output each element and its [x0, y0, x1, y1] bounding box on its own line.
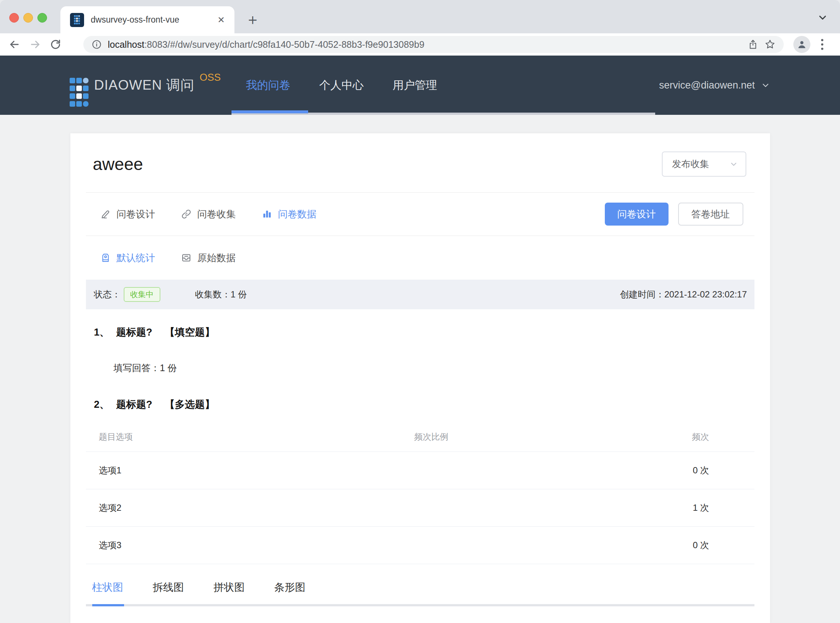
answer-label: 填写回答： [114, 363, 160, 373]
question-number: 2、 [94, 398, 110, 411]
archive-icon [181, 253, 192, 263]
browser-tab-strip: dwsurvey-oss-front-vue ✕ ＋ [0, 0, 840, 33]
tab-label: 问卷设计 [116, 208, 155, 221]
tab-default-stats[interactable]: 默认统计 [100, 252, 155, 264]
created-time-label: 创建时间： [620, 288, 664, 301]
survey-design-button[interactable]: 问卷设计 [605, 203, 668, 226]
tab-search-chevron-icon[interactable] [817, 12, 828, 23]
status-bar: 状态： 收集中 收集数： 1 份 创建时间： 2021-12-02 23:02:… [86, 280, 754, 309]
tab-bar-chart[interactable]: 条形图 [274, 580, 305, 594]
question-text: 题标题? [116, 398, 153, 411]
survey-title-row: aweee 发布收集 [86, 134, 754, 193]
browser-menu-icon[interactable] [817, 37, 828, 52]
bookmark-star-icon[interactable] [765, 39, 776, 50]
question-text: 题标题? [116, 325, 153, 339]
url-text: localhost:8083/#/dw/survey/d/chart/c98fa… [108, 39, 742, 50]
tab-raw-data[interactable]: 原始数据 [181, 252, 236, 264]
question-2: 2、 题标题? 【多选题】 题目选项 频次比例 频次 选项1 0.00% 0 次 [86, 398, 754, 606]
question-2-title: 2、 题标题? 【多选题】 [86, 398, 754, 411]
table-row: 选项1 0.00% 0 次 [86, 452, 754, 489]
share-icon[interactable] [747, 39, 759, 50]
survey-nav-tabs: 问卷设计 问卷收集 问卷数据 问卷设计 答卷地址 [86, 193, 754, 236]
nav-item-personal-center[interactable]: 个人中心 [305, 78, 378, 93]
page-body: aweee 发布收集 问卷设计 [0, 134, 840, 623]
status-badge: 收集中 [124, 287, 160, 302]
answer-count: 1 份 [160, 363, 177, 373]
tab-survey-design[interactable]: 问卷设计 [100, 208, 155, 221]
back-icon[interactable] [8, 38, 21, 51]
reload-icon[interactable] [50, 38, 61, 51]
answer-address-button[interactable]: 答卷地址 [678, 203, 743, 226]
frequency-value: 0 次 [644, 465, 754, 476]
table-row: 选项3 0.00% 0 次 [86, 527, 754, 564]
tab-line-chart[interactable]: 拆线图 [153, 580, 184, 594]
collect-count-label: 收集数： [195, 288, 231, 301]
site-favicon [70, 13, 84, 27]
question-type: 【多选题】 [165, 398, 215, 411]
browser-tab[interactable]: dwsurvey-oss-front-vue ✕ [60, 6, 235, 33]
tab-label: 默认统计 [116, 252, 155, 264]
tab-title: dwsurvey-oss-front-vue [91, 15, 211, 25]
chevron-down-icon [761, 80, 770, 90]
link-icon [181, 209, 192, 219]
app-header: DIAOWEN 调问 OSS 我的问卷 个人中心 用户管理 service@di… [0, 55, 840, 115]
edit-icon [100, 209, 111, 219]
question-1: 1、 题标题? 【填空题】 填写回答：1 份 [86, 325, 754, 374]
publish-select[interactable]: 发布收集 [662, 152, 746, 176]
tab-label: 问卷收集 [198, 208, 236, 221]
window-zoom-button[interactable] [37, 13, 47, 23]
chevron-down-icon [729, 160, 738, 169]
tab-pie-chart[interactable]: 拼状图 [214, 580, 245, 594]
browser-window: dwsurvey-oss-front-vue ✕ ＋ localhost:808… [0, 0, 840, 623]
brand-name: DIAOWEN 调问 [94, 70, 195, 101]
table-row: 选项2 100.00% 1 次 [86, 489, 754, 527]
account-menu[interactable]: service@diaowen.net [659, 55, 770, 115]
column-header-frequency: 频次 [644, 431, 754, 443]
option-label: 选项3 [86, 539, 414, 551]
table-header-row: 题目选项 频次比例 频次 [86, 422, 754, 452]
publish-select-value: 发布收集 [672, 158, 709, 170]
status-label: 状态： [94, 288, 121, 301]
frequency-value: 0 次 [644, 539, 754, 551]
stat-tabs: 默认统计 原始数据 [86, 236, 754, 280]
column-header-option: 题目选项 [86, 431, 414, 443]
tag-icon [100, 253, 111, 263]
question-1-title: 1、 题标题? 【填空题】 [86, 325, 754, 339]
frequency-value: 1 次 [644, 502, 754, 514]
option-label: 选项2 [86, 502, 414, 514]
nav-active-underline [231, 110, 308, 114]
chart-tabs-active-underline [92, 604, 124, 606]
browser-toolbar: localhost:8083/#/dw/survey/d/chart/c98fa… [0, 33, 840, 55]
collect-count-value: 1 份 [231, 288, 247, 301]
question-1-answers[interactable]: 填写回答：1 份 [86, 362, 754, 374]
app-nav: 我的问卷 个人中心 用户管理 [231, 55, 452, 115]
brand[interactable]: DIAOWEN 调问 OSS [70, 70, 221, 108]
window-close-button[interactable] [9, 13, 19, 23]
tab-close-icon[interactable]: ✕ [218, 15, 225, 25]
tab-survey-data[interactable]: 问卷数据 [262, 208, 317, 221]
nav-item-user-management[interactable]: 用户管理 [378, 78, 452, 93]
created-time-value: 2021-12-02 23:02:17 [664, 289, 747, 300]
brand-badge-oss: OSS [199, 72, 221, 83]
info-icon[interactable] [92, 39, 102, 50]
question-type: 【填空题】 [165, 325, 215, 339]
column-header-ratio: 频次比例 [414, 431, 644, 443]
new-tab-button[interactable]: ＋ [245, 8, 260, 31]
diaowen-logo-icon [70, 78, 89, 108]
account-email: service@diaowen.net [659, 80, 755, 91]
frequency-table: 题目选项 频次比例 频次 选项1 0.00% 0 次 选项2 100.00% 1… [86, 422, 754, 564]
chart-tabs-track [86, 604, 754, 606]
url-bar[interactable]: localhost:8083/#/dw/survey/d/chart/c98fa… [83, 36, 784, 53]
profile-avatar[interactable] [793, 36, 810, 53]
tab-column-chart[interactable]: 柱状图 [92, 580, 123, 594]
nav-item-my-surveys[interactable]: 我的问卷 [231, 78, 305, 93]
bar-chart-icon [262, 209, 272, 219]
window-minimize-button[interactable] [23, 13, 33, 23]
question-number: 1、 [94, 325, 110, 339]
option-label: 选项1 [86, 465, 414, 476]
tab-survey-collect[interactable]: 问卷收集 [181, 208, 236, 221]
tab-label: 原始数据 [198, 252, 236, 264]
forward-icon[interactable] [29, 38, 41, 51]
survey-title: aweee [93, 154, 143, 174]
chart-type-tabs: 柱状图 拆线图 拼状图 条形图 [86, 564, 754, 604]
